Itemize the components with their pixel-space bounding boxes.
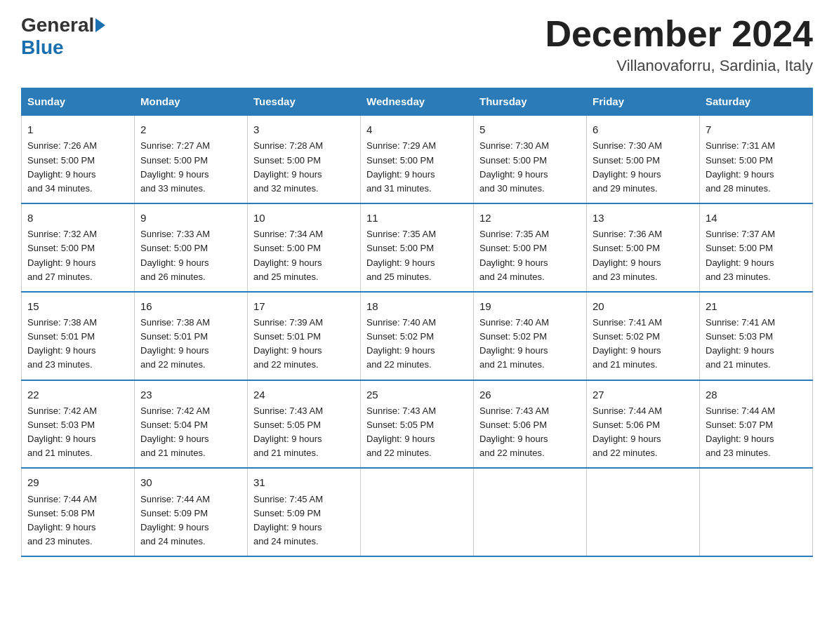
day-number: 4	[366, 121, 468, 137]
calendar-cell: 2Sunrise: 7:27 AMSunset: 5:00 PMDaylight…	[135, 115, 248, 203]
sunrise-text: Sunrise: 7:45 AM	[253, 492, 355, 507]
sunset-text: Sunset: 5:00 PM	[593, 154, 694, 168]
calendar-header: SundayMondayTuesdayWednesdayThursdayFrid…	[22, 88, 813, 116]
logo-general-text: General	[21, 14, 94, 36]
day-number: 16	[140, 298, 241, 314]
day-number: 6	[593, 121, 694, 137]
day-number: 14	[706, 210, 807, 226]
daylight-text: Daylight: 9 hours	[366, 256, 468, 270]
daylight-minutes: and 33 minutes.	[140, 182, 241, 196]
day-number: 11	[366, 210, 468, 226]
daylight-minutes: and 23 minutes.	[593, 270, 694, 284]
sunrise-text: Sunrise: 7:36 AM	[593, 227, 694, 241]
sunset-text: Sunset: 5:08 PM	[27, 507, 128, 521]
sunrise-text: Sunrise: 7:30 AM	[479, 139, 581, 153]
calendar-cell: 5Sunrise: 7:30 AMSunset: 5:00 PMDaylight…	[474, 115, 587, 203]
sunset-text: Sunset: 5:00 PM	[479, 154, 581, 168]
sunrise-text: Sunrise: 7:29 AM	[366, 139, 468, 153]
daylight-text: Daylight: 9 hours	[706, 432, 807, 446]
day-number: 25	[366, 387, 468, 403]
daylight-text: Daylight: 9 hours	[253, 432, 355, 446]
day-number: 8	[27, 210, 128, 226]
daylight-minutes: and 23 minutes.	[706, 446, 807, 460]
calendar-cell: 9Sunrise: 7:33 AMSunset: 5:00 PMDaylight…	[135, 203, 248, 292]
sunrise-text: Sunrise: 7:42 AM	[27, 404, 128, 418]
calendar-cell: 23Sunrise: 7:42 AMSunset: 5:04 PMDayligh…	[135, 380, 248, 469]
calendar-week-5: 29Sunrise: 7:44 AMSunset: 5:08 PMDayligh…	[22, 468, 813, 556]
calendar-cell: 16Sunrise: 7:38 AMSunset: 5:01 PMDayligh…	[135, 292, 248, 380]
calendar-table: SundayMondayTuesdayWednesdayThursdayFrid…	[21, 88, 813, 557]
calendar-cell: 6Sunrise: 7:30 AMSunset: 5:00 PMDaylight…	[587, 115, 700, 203]
daylight-text: Daylight: 9 hours	[479, 432, 581, 446]
day-number: 22	[27, 387, 128, 403]
daylight-text: Daylight: 9 hours	[140, 256, 241, 270]
sunset-text: Sunset: 5:03 PM	[27, 418, 128, 432]
day-number: 5	[479, 121, 581, 137]
calendar-cell: 12Sunrise: 7:35 AMSunset: 5:00 PMDayligh…	[474, 203, 587, 292]
calendar-cell: 1Sunrise: 7:26 AMSunset: 5:00 PMDaylight…	[22, 115, 135, 203]
sunset-text: Sunset: 5:05 PM	[366, 418, 468, 432]
sunset-text: Sunset: 5:07 PM	[706, 418, 807, 432]
daylight-text: Daylight: 9 hours	[27, 256, 128, 270]
title-block: December 2024 Villanovaforru, Sardinia, …	[545, 14, 813, 75]
page-title: December 2024	[545, 14, 813, 54]
sunset-text: Sunset: 5:00 PM	[479, 241, 581, 255]
daylight-minutes: and 21 minutes.	[27, 446, 128, 460]
sunrise-text: Sunrise: 7:28 AM	[253, 139, 355, 153]
daylight-minutes: and 23 minutes.	[27, 535, 128, 549]
weekday-header-sunday: Sunday	[22, 88, 135, 116]
calendar-cell: 4Sunrise: 7:29 AMSunset: 5:00 PMDaylight…	[361, 115, 474, 203]
daylight-minutes: and 26 minutes.	[140, 270, 241, 284]
daylight-text: Daylight: 9 hours	[366, 168, 468, 182]
daylight-text: Daylight: 9 hours	[140, 168, 241, 182]
sunrise-text: Sunrise: 7:33 AM	[140, 227, 241, 241]
daylight-minutes: and 22 minutes.	[140, 358, 241, 372]
calendar-cell: 25Sunrise: 7:43 AMSunset: 5:05 PMDayligh…	[361, 380, 474, 469]
daylight-minutes: and 30 minutes.	[479, 182, 581, 196]
sunset-text: Sunset: 5:09 PM	[253, 507, 355, 521]
sunset-text: Sunset: 5:09 PM	[140, 507, 241, 521]
calendar-cell: 15Sunrise: 7:38 AMSunset: 5:01 PMDayligh…	[22, 292, 135, 380]
calendar-week-3: 15Sunrise: 7:38 AMSunset: 5:01 PMDayligh…	[22, 292, 813, 380]
sunrise-text: Sunrise: 7:40 AM	[479, 316, 581, 330]
sunrise-text: Sunrise: 7:31 AM	[706, 139, 807, 153]
day-number: 7	[706, 121, 807, 137]
sunset-text: Sunset: 5:00 PM	[706, 241, 807, 255]
sunrise-text: Sunrise: 7:34 AM	[253, 227, 355, 241]
sunset-text: Sunset: 5:06 PM	[479, 418, 581, 432]
day-number: 31	[253, 474, 355, 490]
weekday-header-tuesday: Tuesday	[248, 88, 361, 116]
calendar-cell: 27Sunrise: 7:44 AMSunset: 5:06 PMDayligh…	[587, 380, 700, 469]
day-number: 20	[593, 298, 694, 314]
calendar-cell: 13Sunrise: 7:36 AMSunset: 5:00 PMDayligh…	[587, 203, 700, 292]
sunrise-text: Sunrise: 7:26 AM	[27, 139, 128, 153]
calendar-cell: 30Sunrise: 7:44 AMSunset: 5:09 PMDayligh…	[135, 468, 248, 556]
weekday-header-wednesday: Wednesday	[361, 88, 474, 116]
calendar-cell: 24Sunrise: 7:43 AMSunset: 5:05 PMDayligh…	[248, 380, 361, 469]
day-number: 29	[27, 474, 128, 490]
weekday-header-friday: Friday	[587, 88, 700, 116]
daylight-minutes: and 32 minutes.	[253, 182, 355, 196]
sunset-text: Sunset: 5:00 PM	[253, 154, 355, 168]
sunrise-text: Sunrise: 7:37 AM	[706, 227, 807, 241]
calendar-cell: 8Sunrise: 7:32 AMSunset: 5:00 PMDaylight…	[22, 203, 135, 292]
calendar-week-1: 1Sunrise: 7:26 AMSunset: 5:00 PMDaylight…	[22, 115, 813, 203]
sunrise-text: Sunrise: 7:30 AM	[593, 139, 694, 153]
daylight-minutes: and 22 minutes.	[593, 446, 694, 460]
sunset-text: Sunset: 5:00 PM	[27, 154, 128, 168]
sunrise-text: Sunrise: 7:41 AM	[706, 316, 807, 330]
calendar-cell: 14Sunrise: 7:37 AMSunset: 5:00 PMDayligh…	[700, 203, 813, 292]
sunset-text: Sunset: 5:06 PM	[593, 418, 694, 432]
sunrise-text: Sunrise: 7:38 AM	[140, 316, 241, 330]
daylight-minutes: and 31 minutes.	[366, 182, 468, 196]
daylight-text: Daylight: 9 hours	[706, 256, 807, 270]
sunrise-text: Sunrise: 7:43 AM	[366, 404, 468, 418]
sunrise-text: Sunrise: 7:44 AM	[140, 492, 241, 507]
daylight-text: Daylight: 9 hours	[593, 256, 694, 270]
daylight-minutes: and 24 minutes.	[479, 270, 581, 284]
daylight-text: Daylight: 9 hours	[140, 432, 241, 446]
weekday-header-monday: Monday	[135, 88, 248, 116]
calendar-cell	[587, 468, 700, 556]
daylight-text: Daylight: 9 hours	[593, 344, 694, 358]
sunset-text: Sunset: 5:02 PM	[479, 330, 581, 344]
